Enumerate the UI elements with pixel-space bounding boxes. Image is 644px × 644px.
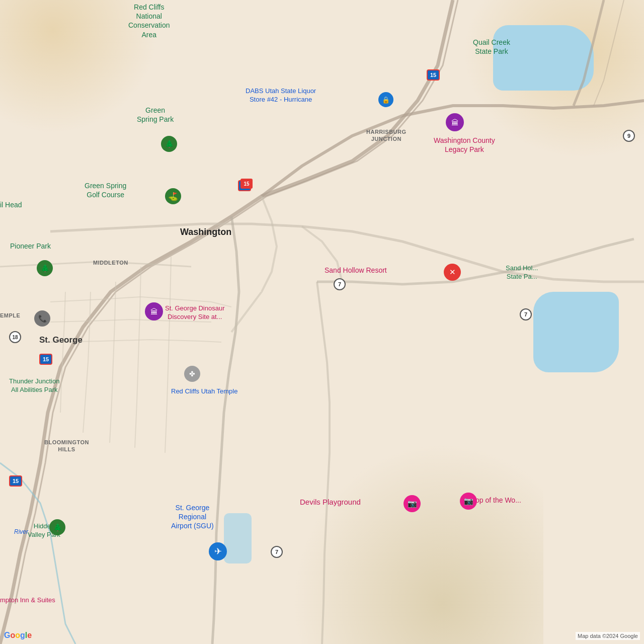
shield-route7-right[interactable]: 7 xyxy=(520,308,532,320)
poi-airport[interactable]: ✈ xyxy=(209,542,227,560)
highway-marker-i15: 15 xyxy=(240,179,253,189)
map-attribution: Map data ©2024 Google xyxy=(576,632,640,640)
shield-i15-top[interactable]: 15 xyxy=(427,69,440,80)
poi-sand-hollow-resort[interactable]: ✕ xyxy=(444,264,461,281)
poi-st-george-dino[interactable]: 🏛 xyxy=(145,302,163,320)
map-container: Red CliffsNationalConservationArea Quail… xyxy=(0,0,644,644)
poi-hidden-valley-park[interactable]: 🌲 xyxy=(49,519,65,535)
shield-route9-top-right[interactable]: 9 xyxy=(623,130,635,142)
poi-devils-playground[interactable]: 📷 xyxy=(404,495,421,512)
roads-layer xyxy=(0,0,644,644)
google-logo: Google xyxy=(4,631,32,640)
shield-route7-bottom[interactable]: 7 xyxy=(271,546,283,558)
poi-temple-phone[interactable]: 📞 xyxy=(34,310,50,327)
poi-red-cliffs-temple[interactable]: ✤ xyxy=(184,366,200,382)
poi-top-of-world[interactable]: 📷 xyxy=(460,493,477,510)
shield-i15-bottom[interactable]: 15 xyxy=(9,475,22,487)
poi-pioneer-park[interactable]: 🌲 xyxy=(37,260,53,276)
poi-green-spring-golf[interactable]: ⛳ xyxy=(165,188,181,204)
shield-i15-st-george[interactable]: 15 xyxy=(39,354,52,365)
poi-washington-county-legacy[interactable]: 🏛 xyxy=(446,113,464,131)
shield-route7-mid[interactable]: 7 xyxy=(334,278,346,290)
poi-dabs-marker[interactable]: 🔒 xyxy=(378,92,393,107)
poi-green-spring-park[interactable]: 🌲 xyxy=(161,136,177,152)
shield-route18[interactable]: 18 xyxy=(9,331,21,343)
